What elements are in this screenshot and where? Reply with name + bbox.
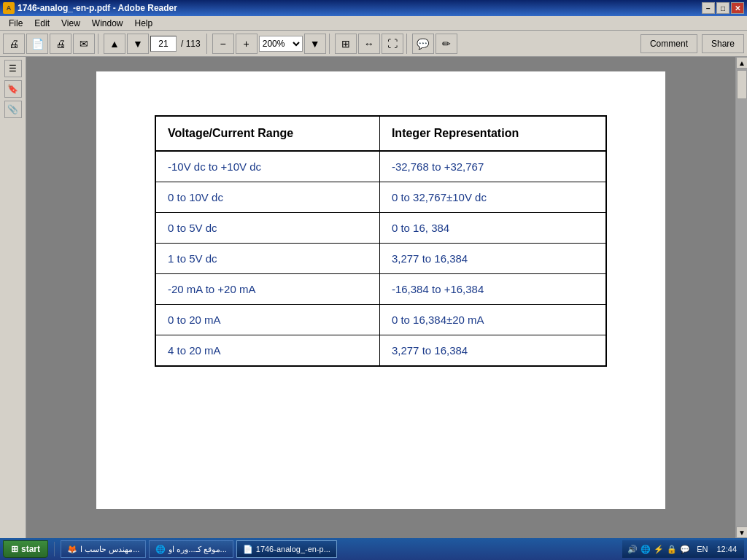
representation-cell: 0 to 32,767±10V dc	[379, 182, 606, 213]
fit-width-button[interactable]: ↔	[358, 34, 380, 54]
print-button[interactable]: 🖨	[50, 34, 71, 54]
fit-page-button[interactable]: ⊞	[335, 34, 357, 54]
tray-icon-4: 🔒	[666, 543, 678, 555]
left-panel: ☰ 🔖 📎	[0, 57, 26, 538]
taskbar-item-2[interactable]: 🌐 موقع كـ...وره او...	[149, 540, 233, 558]
tray-icons: 🔊 🌐 ⚡ 🔒 💬	[627, 543, 691, 555]
column-header-representation: Integer Representation	[379, 116, 606, 151]
email-button[interactable]: ✉	[73, 34, 95, 54]
system-clock: 12:44	[713, 545, 740, 553]
menu-file[interactable]: File	[3, 17, 28, 30]
taskbar-item-icon-2: 🌐	[155, 545, 166, 554]
column-header-range: Voltage/Current Range	[155, 116, 379, 151]
language-indicator[interactable]: EN	[694, 545, 711, 553]
representation-cell: -32,768 to +32,767	[379, 151, 606, 182]
menu-edit[interactable]: Edit	[28, 17, 55, 30]
bookmark-tool[interactable]: 🔖	[4, 80, 22, 98]
scroll-track[interactable]	[736, 69, 747, 526]
range-cell: 1 to 5V dc	[155, 244, 379, 274]
window-title: 1746-analog_-en-p.pdf - Adobe Reader	[18, 3, 177, 13]
separator-3	[329, 34, 332, 54]
menu-bar: File Edit View Window Help	[0, 16, 747, 31]
separator-1	[98, 34, 101, 54]
page-input[interactable]	[150, 36, 177, 52]
separator-2	[206, 34, 209, 54]
tray-icon-3: ⚡	[653, 543, 665, 555]
table-row: 1 to 5V dc3,277 to 16,384	[155, 244, 606, 274]
table-row: 4 to 20 mA3,277 to 16,384	[155, 335, 606, 367]
table-row: 0 to 20 mA0 to 16,384±20 mA	[155, 305, 606, 335]
range-cell: -20 mA to +20 mA	[155, 274, 379, 305]
range-cell: 0 to 10V dc	[155, 182, 379, 213]
taskbar-item-label-1: مهندس حاسب ا...	[80, 545, 139, 554]
share-button[interactable]: Share	[702, 34, 744, 53]
data-table: Voltage/Current Range Integer Representa…	[155, 115, 607, 367]
range-cell: -10V dc to +10V dc	[155, 151, 379, 182]
system-tray: 🔊 🌐 ⚡ 🔒 💬 EN 12:44	[622, 540, 744, 558]
vertical-scrollbar[interactable]: ▲ ▼	[735, 57, 747, 538]
range-cell: 4 to 20 mA	[155, 335, 379, 367]
taskbar-separator	[54, 542, 55, 556]
zoom-out-button[interactable]: −	[212, 34, 234, 54]
comment-button[interactable]: Comment	[640, 34, 697, 53]
scroll-down-button[interactable]: ▼	[736, 526, 747, 538]
start-button[interactable]: ⊞ start	[3, 540, 48, 558]
menu-view[interactable]: View	[55, 17, 86, 30]
range-cell: 0 to 5V dc	[155, 213, 379, 244]
page-total: / 113	[178, 39, 204, 49]
comment-tool-button[interactable]: 💬	[412, 34, 434, 54]
restore-button[interactable]: □	[716, 2, 729, 14]
taskbar-item-1[interactable]: 🦊 مهندس حاسب ا...	[61, 540, 146, 558]
minimize-button[interactable]: −	[702, 2, 715, 14]
range-cell: 0 to 20 mA	[155, 305, 379, 335]
close-button[interactable]: ✕	[731, 2, 744, 14]
document-page: Voltage/Current Range Integer Representa…	[96, 71, 665, 509]
menu-help[interactable]: Help	[129, 17, 159, 30]
table-row: -20 mA to +20 mA-16,384 to +16,384	[155, 274, 606, 305]
representation-cell: 3,277 to 16,384	[379, 335, 606, 367]
tray-icon-2: 🌐	[640, 543, 651, 555]
open-button[interactable]: 📄	[26, 34, 48, 54]
separator-4	[406, 34, 409, 54]
representation-cell: 0 to 16, 384	[379, 213, 606, 244]
zoom-in-button[interactable]: +	[236, 34, 258, 54]
taskbar-item-3[interactable]: 📄 1746-analog_-en-p...	[236, 540, 337, 558]
prev-page-button[interactable]: ▲	[104, 34, 125, 54]
app-icon: A	[3, 2, 15, 14]
representation-cell: 0 to 16,384±20 mA	[379, 305, 606, 335]
zoom-dropdown-button[interactable]: ▼	[304, 34, 326, 54]
table-row: 0 to 5V dc0 to 16, 384	[155, 213, 606, 244]
tray-icon-1: 🔊	[627, 543, 638, 555]
toolbar: 🖨 📄 🖨 ✉ ▲ ▼ / 113 − + 200% 150% 100% 75%…	[0, 31, 747, 57]
start-label: start	[21, 544, 40, 554]
representation-cell: 3,277 to 16,384	[379, 244, 606, 274]
scroll-thumb[interactable]	[737, 70, 747, 99]
menu-window[interactable]: Window	[86, 17, 129, 30]
hand-tool[interactable]: ☰	[4, 60, 22, 77]
main-area: ☰ 🔖 📎 Voltage/Current Range Integer Repr…	[0, 57, 747, 538]
page-navigation: / 113	[150, 36, 204, 52]
taskbar-item-icon-3: 📄	[243, 545, 253, 554]
new-button[interactable]: 🖨	[3, 34, 25, 54]
representation-cell: -16,384 to +16,384	[379, 274, 606, 305]
document-area: Voltage/Current Range Integer Representa…	[26, 57, 735, 538]
taskbar: ⊞ start 🦊 مهندس حاسب ا... 🌐 موقع كـ...ور…	[0, 538, 747, 560]
stamp-button[interactable]: ✏	[436, 34, 457, 54]
title-bar: A 1746-analog_-en-p.pdf - Adobe Reader −…	[0, 0, 747, 16]
attachment-tool[interactable]: 📎	[4, 101, 22, 118]
taskbar-item-icon-1: 🦊	[67, 545, 77, 554]
windows-icon: ⊞	[11, 544, 18, 554]
taskbar-item-label-3: 1746-analog_-en-p...	[256, 545, 330, 553]
table-row: -10V dc to +10V dc-32,768 to +32,767	[155, 151, 606, 182]
table-row: 0 to 10V dc0 to 32,767±10V dc	[155, 182, 606, 213]
fullscreen-button[interactable]: ⛶	[382, 34, 403, 54]
zoom-select[interactable]: 200% 150% 100% 75%	[259, 36, 303, 52]
tray-icon-5: 💬	[679, 543, 691, 555]
scroll-up-button[interactable]: ▲	[736, 57, 747, 69]
next-page-button[interactable]: ▼	[127, 34, 149, 54]
taskbar-item-label-2: موقع كـ...وره او...	[169, 545, 226, 554]
